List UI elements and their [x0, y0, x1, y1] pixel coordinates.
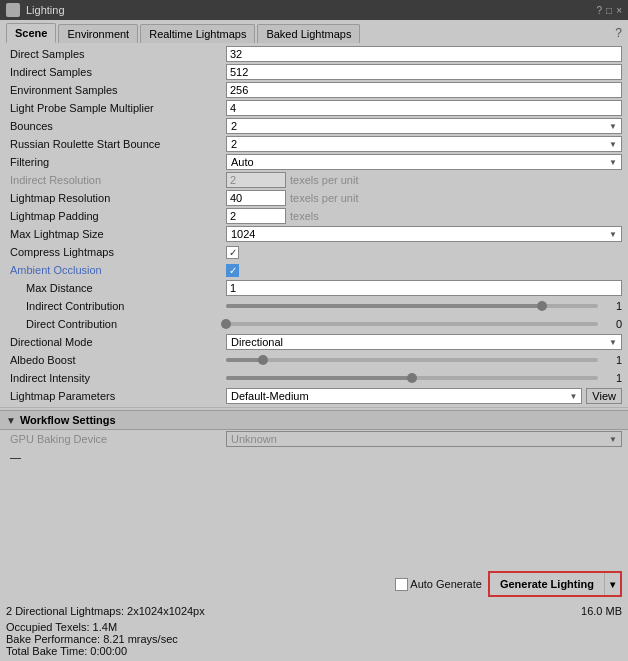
bounces-label: Bounces: [6, 120, 226, 132]
indirect-contribution-value: 1: [602, 300, 622, 312]
indirect-contribution-label: Indirect Contribution: [6, 300, 226, 312]
gpu-baking-device-dropdown[interactable]: Unknown ▼: [226, 431, 622, 447]
lightmap-resolution-row: Lightmap Resolution texels per unit: [0, 189, 628, 207]
direct-samples-value-area: [226, 46, 622, 62]
light-probe-input[interactable]: [226, 100, 622, 116]
albedo-boost-track[interactable]: [226, 358, 598, 362]
max-lightmap-size-label: Max Lightmap Size: [6, 228, 226, 240]
max-lightmap-size-dropdown[interactable]: 1024 ▼: [226, 226, 622, 242]
lightmap-resolution-unit: texels per unit: [290, 192, 358, 204]
tab-realtime-lightmaps[interactable]: Realtime Lightmaps: [140, 24, 255, 43]
bounces-dropdown-arrow: ▼: [609, 122, 617, 131]
directional-mode-dropdown[interactable]: Directional ▼: [226, 334, 622, 350]
extra-row: —: [0, 448, 628, 466]
directional-mode-value-area: Directional ▼: [226, 334, 622, 350]
max-lightmap-size-value-area: 1024 ▼: [226, 226, 622, 242]
indirect-contribution-track[interactable]: [226, 304, 598, 308]
indirect-samples-row: Indirect Samples: [0, 63, 628, 81]
bounces-dropdown[interactable]: 2 ▼: [226, 118, 622, 134]
indirect-resolution-value-area: texels per unit: [226, 172, 622, 188]
workflow-collapse-icon[interactable]: ▼: [6, 415, 16, 426]
albedo-boost-label: Albedo Boost: [6, 354, 226, 366]
lightmap-padding-input[interactable]: [226, 208, 286, 224]
indirect-contribution-row: Indirect Contribution 1: [0, 297, 628, 315]
albedo-boost-thumb[interactable]: [258, 355, 268, 365]
lightmap-parameters-value-area: Default-Medium ▼ View: [226, 388, 622, 404]
ambient-occlusion-checkbox[interactable]: [226, 264, 239, 277]
indirect-contribution-thumb[interactable]: [537, 301, 547, 311]
ambient-occlusion-label[interactable]: Ambient Occlusion: [6, 264, 226, 276]
indirect-samples-input[interactable]: [226, 64, 622, 80]
indirect-intensity-track[interactable]: [226, 376, 598, 380]
bounces-value-area: 2 ▼: [226, 118, 622, 134]
compress-lightmaps-label: Compress Lightmaps: [6, 246, 226, 258]
lightmap-parameters-view-button[interactable]: View: [586, 388, 622, 404]
help-control[interactable]: ?: [597, 5, 603, 16]
stats-area: 2 Directional Lightmaps: 2x1024x1024px 1…: [0, 601, 628, 661]
ambient-occlusion-row: Ambient Occlusion: [0, 261, 628, 279]
auto-generate-checkbox[interactable]: [395, 578, 408, 591]
lightmap-padding-label: Lightmap Padding: [6, 210, 226, 222]
auto-generate-container: Auto Generate: [395, 578, 482, 591]
indirect-intensity-fill: [226, 376, 412, 380]
environment-samples-row: Environment Samples: [0, 81, 628, 99]
tab-scene[interactable]: Scene: [6, 23, 56, 43]
russian-roulette-dropdown[interactable]: 2 ▼: [226, 136, 622, 152]
lightmap-parameters-dropdown[interactable]: Default-Medium ▼: [226, 388, 582, 404]
gpu-baking-device-label: GPU Baking Device: [6, 433, 226, 445]
tab-environment[interactable]: Environment: [58, 24, 138, 43]
indirect-resolution-unit: texels per unit: [290, 174, 358, 186]
tab-baked-lightmaps[interactable]: Baked Lightmaps: [257, 24, 360, 43]
indirect-intensity-thumb[interactable]: [407, 373, 417, 383]
direct-samples-row: Direct Samples: [0, 45, 628, 63]
direct-samples-input[interactable]: [226, 46, 622, 62]
indirect-resolution-row: Indirect Resolution texels per unit: [0, 171, 628, 189]
lightmap-parameters-label: Lightmap Parameters: [6, 390, 226, 402]
indirect-intensity-label: Indirect Intensity: [6, 372, 226, 384]
gpu-baking-device-value: Unknown: [231, 433, 277, 445]
max-distance-value-area: [226, 280, 622, 296]
environment-samples-input[interactable]: [226, 82, 622, 98]
close-control[interactable]: ×: [616, 5, 622, 16]
max-distance-label: Max Distance: [6, 282, 226, 294]
environment-samples-value-area: [226, 82, 622, 98]
albedo-boost-row: Albedo Boost 1: [0, 351, 628, 369]
environment-samples-label: Environment Samples: [6, 84, 226, 96]
lightmap-resolution-value-area: texels per unit: [226, 190, 622, 206]
lightmap-parameters-value: Default-Medium: [231, 390, 309, 402]
bounces-row: Bounces 2 ▼: [0, 117, 628, 135]
indirect-resolution-input[interactable]: [226, 172, 286, 188]
size-info: 16.0 MB: [581, 605, 622, 617]
tab-help-icon[interactable]: ?: [615, 26, 622, 40]
directional-mode-label: Directional Mode: [6, 336, 226, 348]
russian-roulette-row: Russian Roulette Start Bounce 2 ▼: [0, 135, 628, 153]
direct-contribution-track[interactable]: [226, 322, 598, 326]
filtering-label: Filtering: [6, 156, 226, 168]
russian-roulette-dropdown-arrow: ▼: [609, 140, 617, 149]
maximize-control[interactable]: □: [606, 5, 612, 16]
filtering-dropdown[interactable]: Auto ▼: [226, 154, 622, 170]
indirect-contribution-fill: [226, 304, 542, 308]
occupied-texels: Occupied Texels: 1.4M: [6, 621, 622, 633]
directional-mode-arrow: ▼: [609, 338, 617, 347]
generate-lighting-label[interactable]: Generate Lighting: [490, 573, 604, 595]
indirect-samples-label: Indirect Samples: [6, 66, 226, 78]
russian-roulette-label: Russian Roulette Start Bounce: [6, 138, 226, 150]
indirect-intensity-value: 1: [602, 372, 622, 384]
generate-lighting-dropdown-arrow[interactable]: ▾: [604, 573, 620, 595]
direct-contribution-thumb[interactable]: [221, 319, 231, 329]
lightmap-padding-unit: texels: [290, 210, 319, 222]
lightmap-resolution-input[interactable]: [226, 190, 286, 206]
extra-label: —: [6, 451, 226, 463]
gpu-baking-device-row: GPU Baking Device Unknown ▼: [0, 430, 628, 448]
max-distance-input[interactable]: [226, 280, 622, 296]
directional-mode-row: Directional Mode Directional ▼: [0, 333, 628, 351]
indirect-contribution-value-area: 1: [226, 300, 622, 312]
compress-lightmaps-checkbox[interactable]: [226, 246, 239, 259]
stats-bottom: Occupied Texels: 1.4M Bake Performance: …: [6, 621, 622, 657]
light-probe-value-area: [226, 100, 622, 116]
compress-lightmaps-row: Compress Lightmaps: [0, 243, 628, 261]
generate-lighting-button[interactable]: Generate Lighting ▾: [488, 571, 622, 597]
window-controls[interactable]: ? □ ×: [597, 5, 622, 16]
max-lightmap-size-row: Max Lightmap Size 1024 ▼: [0, 225, 628, 243]
